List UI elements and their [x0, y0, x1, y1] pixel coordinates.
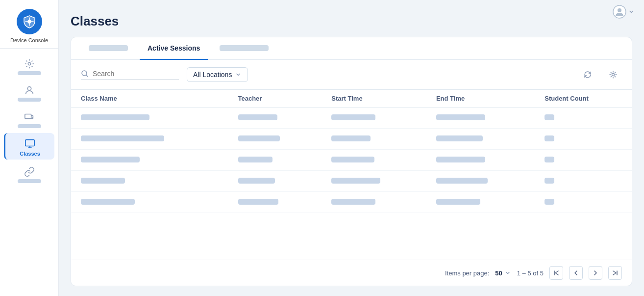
- tab-active-sessions[interactable]: Active Sessions: [140, 37, 208, 60]
- monitor-icon: [25, 138, 35, 149]
- svg-point-1: [27, 87, 31, 90]
- location-select[interactable]: All Locations: [187, 67, 248, 82]
- cell-class-name: [71, 150, 228, 171]
- cell-student-count: [535, 192, 632, 213]
- tab-1-placeholder: [89, 45, 128, 51]
- classes-card: Active Sessions All Locations: [71, 37, 632, 286]
- refresh-icon: [583, 70, 592, 79]
- sidebar-item-classes[interactable]: Classes: [4, 133, 54, 160]
- cell-end-time: [426, 171, 535, 192]
- wrench-icon: [24, 58, 35, 69]
- page-title: Classes: [71, 14, 632, 29]
- cell-student-count: [535, 150, 632, 171]
- cell-start-time: [322, 150, 426, 171]
- tab-3-placeholder: [220, 45, 269, 51]
- prev-page-icon: [573, 270, 579, 276]
- items-per-page-label: Items per page:: [445, 269, 489, 277]
- sidebar-item-users-label: [18, 98, 41, 102]
- refresh-button[interactable]: [579, 66, 596, 83]
- sidebar-item-links[interactable]: [4, 161, 54, 186]
- svg-point-0: [28, 62, 31, 65]
- page-range-label: 1 – 5 of 5: [517, 269, 544, 277]
- svg-point-3: [32, 117, 32, 118]
- sidebar-nav: Classes: [0, 54, 58, 186]
- first-page-icon: [553, 270, 559, 276]
- table-row[interactable]: [71, 192, 632, 213]
- cell-end-time: [426, 192, 535, 213]
- cell-teacher: [228, 150, 322, 171]
- filter-bar: All Locations: [71, 60, 632, 90]
- cell-start-time: [322, 129, 426, 150]
- col-end-time: End Time: [426, 90, 535, 108]
- cell-end-time: [426, 150, 535, 171]
- devices-icon: [24, 111, 35, 122]
- location-chevron-icon: [235, 71, 242, 78]
- user-icon: [24, 85, 35, 96]
- prev-page-button[interactable]: [569, 266, 583, 280]
- top-user-area: [613, 5, 634, 19]
- sidebar-item-classes-label: Classes: [20, 151, 40, 157]
- col-student-count: Student Count: [535, 90, 632, 108]
- table-header-row: Class Name Teacher Start Time End Time S…: [71, 90, 632, 108]
- logo-icon[interactable]: [17, 9, 42, 34]
- cell-class-name: [71, 171, 228, 192]
- search-input-wrap: [81, 70, 179, 80]
- sidebar-item-devices[interactable]: [4, 107, 54, 131]
- sidebar-logo-label: Device Console: [10, 37, 48, 43]
- sidebar-item-links-label: [18, 179, 41, 183]
- cell-start-time: [322, 108, 426, 129]
- last-page-icon: [612, 270, 618, 276]
- sidebar-item-devices-label: [18, 124, 41, 128]
- svg-rect-4: [25, 140, 34, 146]
- tab-1[interactable]: [81, 38, 136, 59]
- sidebar-item-settings[interactable]: [4, 54, 54, 78]
- cell-teacher: [228, 108, 322, 129]
- tab-3[interactable]: [212, 38, 276, 59]
- first-page-button[interactable]: [549, 266, 563, 280]
- cell-start-time: [322, 171, 426, 192]
- cell-teacher: [228, 129, 322, 150]
- sidebar-item-users[interactable]: [4, 80, 54, 105]
- main-content: Classes Active Sessions: [59, 0, 644, 296]
- cell-end-time: [426, 108, 535, 129]
- user-chevron-icon: [628, 9, 634, 15]
- cell-class-name: [71, 129, 228, 150]
- col-teacher: Teacher: [228, 90, 322, 108]
- search-input[interactable]: [93, 70, 171, 78]
- settings-button[interactable]: [604, 66, 622, 83]
- tabs-bar: Active Sessions: [71, 37, 632, 60]
- sidebar-item-settings-label: [18, 71, 41, 75]
- per-page-chevron-icon: [504, 269, 511, 276]
- cell-student-count: [535, 171, 632, 192]
- cell-start-time: [322, 192, 426, 213]
- classes-table: Class Name Teacher Start Time End Time S…: [71, 90, 632, 213]
- sidebar: Device Console: [0, 0, 59, 296]
- link-icon: [24, 166, 35, 177]
- classes-table-wrap: Class Name Teacher Start Time End Time S…: [71, 90, 632, 260]
- tab-active-sessions-label: Active Sessions: [148, 44, 200, 52]
- per-page-value: 50: [495, 269, 502, 277]
- cell-student-count: [535, 129, 632, 150]
- table-row[interactable]: [71, 171, 632, 192]
- table-row[interactable]: [71, 108, 632, 129]
- table-row[interactable]: [71, 129, 632, 150]
- user-avatar-icon: [613, 5, 626, 19]
- table-row[interactable]: [71, 150, 632, 171]
- svg-point-6: [618, 8, 621, 12]
- cell-student-count: [535, 108, 632, 129]
- svg-rect-2: [25, 114, 31, 119]
- next-page-button[interactable]: [589, 266, 602, 280]
- col-start-time: Start Time: [322, 90, 426, 108]
- sidebar-logo: Device Console: [0, 0, 58, 49]
- svg-point-8: [612, 74, 615, 76]
- col-class-name: Class Name: [71, 90, 228, 108]
- gear-icon: [609, 70, 618, 79]
- cell-teacher: [228, 171, 322, 192]
- last-page-button[interactable]: [608, 266, 622, 280]
- cell-class-name: [71, 108, 228, 129]
- per-page-select[interactable]: 50: [495, 269, 511, 277]
- pagination: Items per page: 50 1 – 5 of 5: [71, 260, 632, 286]
- next-page-icon: [593, 270, 598, 276]
- location-select-label: All Locations: [193, 71, 232, 79]
- search-icon: [81, 70, 89, 78]
